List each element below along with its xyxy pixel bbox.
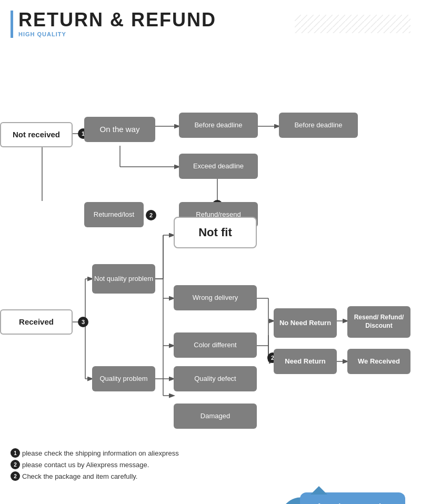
on-the-way-box: On the way	[84, 117, 155, 142]
bullet-3: 3	[78, 317, 88, 327]
not-quality-problem-box: Not quality problem	[92, 264, 155, 294]
header: RETURN & REFUND HIGH QUALITY	[0, 0, 421, 43]
footer-bullet-1: 1	[11, 448, 20, 458]
footer-note-3: Check the package and item carefully.	[22, 472, 137, 480]
decorative-pattern	[295, 15, 410, 35]
speech-bubble: If you have any else requirements, you c…	[300, 492, 405, 505]
footer-notes: 1 please check the shipping information …	[0, 443, 421, 488]
color-different-box: Color different	[174, 332, 257, 358]
svg-rect-1	[295, 15, 410, 33]
bubble-text: If you have any else requirements, you c…	[315, 502, 390, 505]
header-accent-bar	[11, 11, 13, 38]
damaged-box: Damaged	[174, 404, 257, 429]
footer-note-2: please contact us by Aliexpress message.	[22, 461, 149, 469]
not-fit-box: Not fit	[174, 217, 257, 248]
exceed-deadline-box: Exceed deadline	[179, 154, 258, 179]
resend-refund-discount-box: Resend/ Refund/ Discount	[347, 306, 410, 338]
section2-received: 3 Received Not quality problem Quality p…	[0, 206, 421, 438]
page-subtitle: HIGH QUALITY	[18, 31, 216, 37]
section1-not-received: Not received 1 On the way Before deadlin…	[0, 48, 421, 201]
quality-problem-box: Quality problem	[92, 366, 155, 391]
page-title: RETURN & REFUND	[18, 9, 216, 31]
before-deadline-label-box: Before deadline	[179, 113, 258, 138]
no-need-return-box: No Need Return	[274, 308, 337, 338]
footer-bullet-2a: 2	[11, 460, 20, 469]
received-box: Received	[0, 309, 73, 335]
wrong-delivery-box: Wrong delivery	[174, 285, 257, 310]
we-received-box: We Received	[347, 349, 410, 374]
quality-defect-box: Quality defect	[174, 366, 257, 391]
footer-bullet-2b: 2	[11, 471, 20, 481]
speech-bubble-container: If you have any else requirements, you c…	[0, 491, 421, 504]
not-received-box: Not received	[0, 122, 73, 147]
before-deadline-result-box: Before deadline	[279, 113, 358, 138]
need-return-box: Need Return	[274, 349, 337, 374]
footer-note-1: please check the shipping information on…	[22, 449, 179, 457]
